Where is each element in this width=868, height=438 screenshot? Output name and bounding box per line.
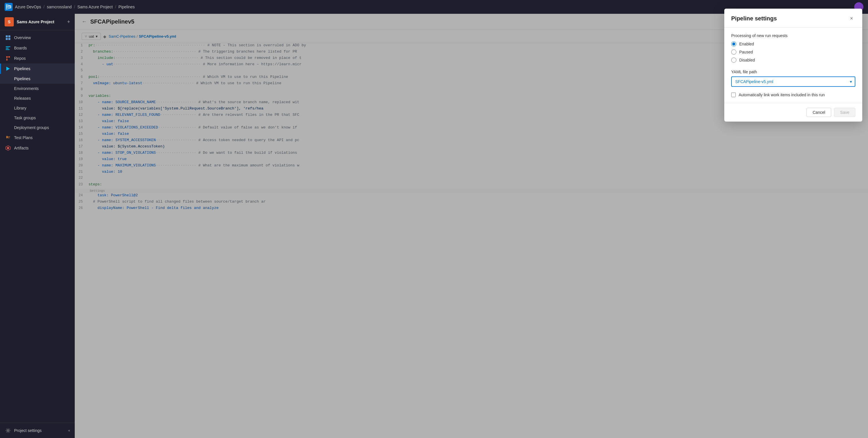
svg-rect-3 bbox=[6, 35, 8, 37]
sidebar: S Sams Azure Project + Overview Boards bbox=[0, 14, 75, 438]
sidebar-item-deploygroups[interactable]: Deployment groups bbox=[0, 123, 75, 132]
dialog-footer: Cancel Save bbox=[724, 103, 862, 122]
radio-enabled[interactable]: Enabled bbox=[731, 41, 855, 46]
sidebar-item-artifacts[interactable]: Artifacts bbox=[0, 143, 75, 153]
save-button[interactable]: Save bbox=[834, 108, 855, 117]
dialog-header: Pipeline settings × bbox=[724, 9, 862, 28]
cancel-button[interactable]: Cancel bbox=[806, 108, 831, 117]
sidebar-item-pipelines-section[interactable]: Pipelines bbox=[0, 64, 75, 74]
dialog-close-button[interactable]: × bbox=[847, 14, 855, 23]
settings-icon bbox=[5, 428, 11, 433]
yaml-path-field[interactable]: SFCAPipeline-v5.yml ▾ bbox=[731, 76, 855, 87]
yaml-path-select[interactable]: SFCAPipeline-v5.yml bbox=[732, 77, 855, 86]
svg-rect-16 bbox=[8, 136, 10, 137]
radio-paused-input[interactable] bbox=[731, 50, 736, 55]
project-avatar: S bbox=[5, 17, 14, 26]
azure-devops-logo bbox=[5, 3, 13, 11]
sidebar-item-boards[interactable]: Boards bbox=[0, 43, 75, 53]
sidebar-item-settings[interactable]: Project settings « bbox=[0, 425, 75, 436]
sidebar-item-boards-label: Boards bbox=[14, 46, 27, 50]
page-breadcrumb[interactable]: Pipelines bbox=[118, 5, 135, 9]
artifacts-icon bbox=[5, 146, 11, 151]
sep3: / bbox=[115, 5, 116, 9]
sep2: / bbox=[74, 5, 75, 9]
auto-link-checkbox[interactable] bbox=[731, 93, 736, 97]
sidebar-item-releases[interactable]: Releases bbox=[0, 93, 75, 103]
svg-rect-4 bbox=[8, 35, 10, 37]
radio-disabled-input[interactable] bbox=[731, 58, 736, 63]
radio-disabled[interactable]: Disabled bbox=[731, 58, 855, 63]
svg-marker-15 bbox=[6, 67, 10, 71]
sidebar-bottom: Project settings « bbox=[0, 423, 75, 438]
sidebar-collapse-btn[interactable]: « bbox=[68, 429, 70, 433]
auto-link-label: Automatically link work items included i… bbox=[739, 93, 825, 97]
radio-disabled-label: Disabled bbox=[739, 58, 755, 62]
sidebar-item-environments[interactable]: Environments bbox=[0, 84, 75, 93]
svg-rect-8 bbox=[6, 48, 9, 49]
sidebar-item-deploygroups-label: Deployment groups bbox=[14, 125, 49, 130]
sidebar-item-library[interactable]: Library bbox=[0, 103, 75, 113]
dialog-body: Processing of new run requests Enabled P… bbox=[724, 28, 862, 103]
sidebar-item-repos[interactable]: Repos bbox=[0, 53, 75, 64]
dialog-title: Pipeline settings bbox=[731, 15, 777, 22]
sidebar-item-pipelines[interactable]: Pipelines bbox=[0, 74, 75, 84]
radio-enabled-input[interactable] bbox=[731, 41, 736, 46]
project-name-breadcrumb[interactable]: Sams Azure Project bbox=[77, 5, 113, 9]
sidebar-item-overview-label: Overview bbox=[14, 35, 31, 40]
project-header: S Sams Azure Project + bbox=[0, 14, 75, 30]
pipeline-settings-dialog: Pipeline settings × Processing of new ru… bbox=[724, 9, 862, 122]
sidebar-navigation: Overview Boards Repos Pipelines bbox=[0, 30, 75, 423]
sidebar-item-pipelines-section-label: Pipelines bbox=[14, 66, 30, 71]
boards-icon bbox=[5, 45, 11, 51]
sidebar-item-testplans[interactable]: Test Plans bbox=[0, 132, 75, 143]
sidebar-item-taskgroups-label: Task groups bbox=[14, 116, 36, 120]
auto-link-checkbox-item[interactable]: Automatically link work items included i… bbox=[731, 93, 855, 97]
overview-icon bbox=[5, 35, 11, 40]
testplans-icon bbox=[5, 135, 11, 140]
org-name[interactable]: Azure DevOps bbox=[15, 5, 41, 9]
sidebar-item-releases-label: Releases bbox=[14, 96, 31, 101]
svg-rect-5 bbox=[6, 38, 8, 40]
svg-rect-17 bbox=[8, 138, 9, 138]
sidebar-item-overview[interactable]: Overview bbox=[0, 32, 75, 43]
processing-radio-group: Enabled Paused Disabled bbox=[731, 41, 855, 63]
sidebar-item-settings-label: Project settings bbox=[14, 428, 42, 433]
sidebar-item-testplans-label: Test Plans bbox=[14, 135, 33, 140]
svg-point-12 bbox=[6, 59, 8, 61]
sep1: / bbox=[43, 5, 44, 9]
radio-paused-label: Paused bbox=[739, 50, 753, 54]
radio-enabled-label: Enabled bbox=[739, 42, 754, 46]
svg-rect-1 bbox=[6, 7, 11, 7]
svg-point-20 bbox=[7, 430, 9, 431]
svg-marker-19 bbox=[7, 147, 9, 149]
sidebar-item-repos-label: Repos bbox=[14, 56, 26, 61]
svg-rect-6 bbox=[8, 38, 10, 40]
radio-paused[interactable]: Paused bbox=[731, 50, 855, 55]
repos-icon bbox=[5, 56, 11, 61]
add-project-button[interactable]: + bbox=[67, 19, 70, 25]
svg-rect-7 bbox=[6, 46, 10, 47]
yaml-field-label: YAML file path bbox=[731, 69, 855, 74]
sidebar-item-environments-label: Environments bbox=[14, 86, 39, 91]
svg-rect-9 bbox=[6, 49, 9, 50]
sidebar-item-library-label: Library bbox=[14, 106, 26, 111]
project-title: Sams Azure Project bbox=[17, 20, 64, 24]
processing-label: Processing of new run requests bbox=[731, 33, 855, 38]
pipelines-section-icon bbox=[5, 66, 11, 71]
account-name[interactable]: samcrossland bbox=[47, 5, 71, 9]
sidebar-item-pipelines-label: Pipelines bbox=[14, 76, 30, 81]
sidebar-item-taskgroups[interactable]: Task groups bbox=[0, 113, 75, 123]
sidebar-item-artifacts-label: Artifacts bbox=[14, 146, 29, 150]
svg-rect-0 bbox=[6, 6, 11, 6]
